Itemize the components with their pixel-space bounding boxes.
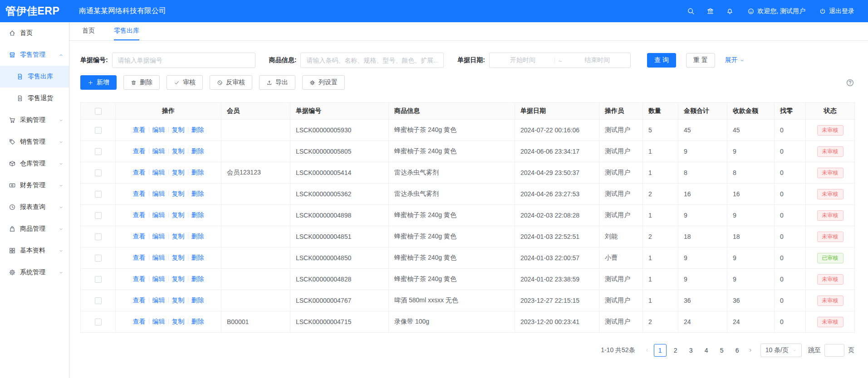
row-action-edit[interactable]: 编辑	[152, 147, 165, 155]
row-checkbox[interactable]	[95, 297, 102, 304]
help-icon[interactable]	[846, 78, 854, 87]
export-button[interactable]: 导出	[259, 75, 295, 90]
row-action-copy[interactable]: 复制	[172, 318, 185, 325]
filter-bar: 单据编号: 商品信息: 单据日期: 开始时间 ~ 结束时间 查 询 重 置 展开	[80, 53, 854, 68]
page-button-1[interactable]: 1	[654, 344, 667, 357]
header-actions: 欢迎您, 测试用户 退出登录	[675, 7, 854, 15]
expand-toggle[interactable]: 展开	[725, 56, 745, 64]
row-action-delete[interactable]: 删除	[191, 233, 204, 240]
action-divider	[188, 233, 188, 239]
row-action-copy[interactable]: 复制	[172, 275, 185, 282]
chevron-down-icon	[792, 348, 797, 353]
next-page-button[interactable]	[748, 348, 753, 353]
row-action-delete[interactable]: 删除	[191, 126, 204, 133]
cell-qty: 1	[643, 269, 678, 290]
row-action-copy[interactable]: 复制	[172, 190, 185, 197]
row-checkbox[interactable]	[95, 233, 102, 240]
row-action-copy[interactable]: 复制	[172, 254, 185, 261]
row-action-delete[interactable]: 删除	[191, 254, 204, 261]
row-checkbox[interactable]	[95, 319, 102, 325]
row-action-edit[interactable]: 编辑	[152, 233, 165, 240]
page-size-select[interactable]: 10 条/页	[760, 344, 802, 357]
goods-info-input[interactable]	[300, 53, 444, 68]
page-button-6[interactable]: 6	[731, 344, 744, 357]
user-welcome[interactable]: 欢迎您, 测试用户	[747, 7, 805, 15]
sidebar-item-goods[interactable]: 商品管理	[0, 218, 69, 240]
row-checkbox[interactable]	[95, 170, 102, 176]
row-action-view[interactable]: 查看	[133, 254, 146, 261]
row-action-delete[interactable]: 删除	[191, 275, 204, 282]
row-action-delete[interactable]: 删除	[191, 211, 204, 218]
row-action-edit[interactable]: 编辑	[152, 296, 165, 304]
row-action-edit[interactable]: 编辑	[152, 254, 165, 261]
column-settings-button[interactable]: 列设置	[302, 75, 345, 90]
row-action-edit[interactable]: 编辑	[152, 275, 165, 282]
row-checkbox[interactable]	[95, 127, 102, 134]
row-action-edit[interactable]: 编辑	[152, 190, 165, 197]
row-action-view[interactable]: 查看	[133, 126, 146, 133]
search-button[interactable]: 查 询	[647, 53, 676, 68]
row-action-view[interactable]: 查看	[133, 211, 146, 218]
row-checkbox[interactable]	[95, 191, 102, 198]
sidebar-item-warehouse[interactable]: 仓库管理	[0, 153, 69, 174]
row-action-view[interactable]: 查看	[133, 169, 146, 176]
page-button-4[interactable]: 4	[700, 344, 713, 357]
sidebar-subitem-retail-outbound[interactable]: 零售出库	[0, 66, 69, 87]
sidebar-item-basic[interactable]: 基本资料	[0, 240, 69, 262]
sidebar-item-system[interactable]: 系统管理	[0, 262, 69, 283]
reset-button[interactable]: 重 置	[686, 53, 715, 68]
row-action-delete[interactable]: 删除	[191, 169, 204, 176]
action-divider	[188, 255, 188, 260]
row-action-view[interactable]: 查看	[133, 296, 146, 304]
row-action-edit[interactable]: 编辑	[152, 169, 165, 176]
page-button-2[interactable]: 2	[669, 344, 682, 357]
row-action-delete[interactable]: 删除	[191, 318, 204, 325]
organization-icon[interactable]	[706, 7, 714, 15]
sidebar-item-purchase[interactable]: 采购管理	[0, 109, 69, 131]
add-button[interactable]: 新增	[80, 75, 117, 90]
row-action-view[interactable]: 查看	[133, 318, 146, 325]
row-action-edit[interactable]: 编辑	[152, 211, 165, 218]
row-action-copy[interactable]: 复制	[172, 233, 185, 240]
sidebar-item-finance[interactable]: 财务管理	[0, 174, 69, 196]
row-action-copy[interactable]: 复制	[172, 147, 185, 155]
row-action-delete[interactable]: 删除	[191, 147, 204, 155]
sidebar-item-sales[interactable]: 销售管理	[0, 131, 69, 153]
row-action-copy[interactable]: 复制	[172, 169, 185, 176]
row-action-delete[interactable]: 删除	[191, 296, 204, 304]
row-action-view[interactable]: 查看	[133, 190, 146, 197]
row-action-copy[interactable]: 复制	[172, 211, 185, 218]
page-button-3[interactable]: 3	[685, 344, 697, 357]
row-checkbox[interactable]	[95, 276, 102, 283]
bill-no-input[interactable]	[112, 53, 255, 68]
unaudit-button[interactable]: 反审核	[210, 75, 252, 90]
prev-page-button[interactable]	[644, 348, 650, 353]
row-checkbox[interactable]	[95, 148, 102, 155]
row-action-edit[interactable]: 编辑	[152, 318, 165, 325]
logout-button[interactable]: 退出登录	[819, 7, 854, 15]
jump-input[interactable]	[824, 344, 844, 357]
row-checkbox[interactable]	[95, 255, 102, 262]
sidebar-item-report[interactable]: 报表查询	[0, 196, 69, 218]
row-action-view[interactable]: 查看	[133, 147, 146, 155]
sidebar-subitem-retail-return[interactable]: 零售退货	[0, 87, 69, 109]
date-range-input[interactable]: 开始时间 ~ 结束时间	[489, 53, 631, 68]
audit-button[interactable]: 审核	[167, 75, 203, 90]
page-button-5[interactable]: 5	[716, 344, 728, 357]
sidebar-item-retail[interactable]: 零售管理	[0, 44, 69, 66]
search-icon[interactable]	[687, 7, 695, 15]
row-action-edit[interactable]: 编辑	[152, 126, 165, 133]
row-checkbox[interactable]	[95, 212, 102, 219]
row-action-copy[interactable]: 复制	[172, 126, 185, 133]
select-all-checkbox[interactable]	[95, 108, 102, 115]
row-action-copy[interactable]: 复制	[172, 296, 185, 304]
row-action-delete[interactable]: 删除	[191, 190, 204, 197]
row-action-view[interactable]: 查看	[133, 233, 146, 240]
chevron-down-icon	[59, 140, 64, 145]
tab-home[interactable]: 首页	[82, 22, 95, 40]
delete-button[interactable]: 删除	[123, 75, 160, 90]
notifications-bell-icon[interactable]	[726, 7, 734, 15]
tab-retail-outbound[interactable]: 零售出库	[114, 22, 139, 40]
row-action-view[interactable]: 查看	[133, 275, 146, 282]
sidebar-item-home[interactable]: 首页	[0, 22, 69, 44]
